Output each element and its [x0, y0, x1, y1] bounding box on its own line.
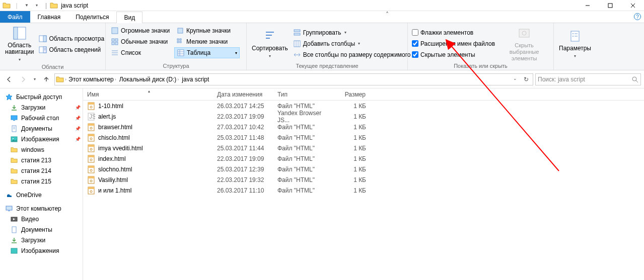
details-pane-button[interactable]: Область сведений [37, 44, 106, 55]
sidebar-desktop[interactable]: Рабочий стол📌 [0, 113, 83, 123]
add-columns-icon [293, 40, 301, 48]
table-row[interactable]: Vasiliy.html22.03.2017 19:32Файл "HTML"1… [83, 174, 644, 185]
checkbox-icon[interactable] [412, 40, 418, 47]
back-button[interactable] [3, 73, 15, 85]
sidebar-folder-214[interactable]: статия 214 [0, 165, 83, 176]
pin-icon: 📌 [75, 105, 81, 110]
checkbox-icon[interactable] [412, 29, 418, 36]
nav-pane-button[interactable]: Область навигации ▾ [2, 24, 37, 64]
sidebar-quickaccess[interactable]: Быстрый доступ [0, 91, 83, 102]
group-by-button[interactable]: Группировать▾ [291, 27, 413, 38]
preview-pane-button[interactable]: Область просмотра [37, 33, 106, 44]
sidebar-folder-213[interactable]: статия 213 [0, 155, 83, 165]
col-name[interactable]: Имя▴ [83, 88, 213, 100]
table-row[interactable]: imya vvediti.html25.03.2017 11:44Файл "H… [83, 143, 644, 153]
hide-selected-button[interactable]: Скрыть выбранные элементы [497, 24, 551, 63]
breadcrumb-segment[interactable]: Локальный диск (D:)› [118, 76, 180, 83]
recent-dropdown[interactable]: ▾ [31, 73, 38, 85]
breadcrumb-segment[interactable]: java script [181, 76, 210, 83]
folder-icon [56, 75, 64, 83]
layout-medium[interactable]: Обычные значки [109, 36, 174, 47]
sidebar-onedrive[interactable]: OneDrive [0, 190, 83, 200]
svg-rect-64 [88, 103, 94, 105]
close-button[interactable] [621, 0, 644, 11]
col-date[interactable]: Дата изменения [213, 88, 273, 100]
table-row[interactable]: brawser.html27.03.2017 10:42Файл "HTML"1… [83, 122, 644, 132]
search-input[interactable]: Поиск: java script [535, 73, 641, 85]
group-label-panes: Области [2, 64, 103, 71]
pictures-icon [10, 135, 18, 143]
sidebar-thispc[interactable]: Этот компьютер [0, 203, 83, 214]
chevron-down-icon: ▾ [269, 53, 271, 59]
group-label-currentview: Текущее представление [249, 63, 405, 70]
table-row[interactable]: chisclo.html25.03.2017 11:48Файл "HTML"1… [83, 132, 644, 143]
tab-view[interactable]: Вид [116, 12, 142, 23]
forward-button[interactable] [17, 73, 29, 85]
file-icon [87, 176, 95, 184]
qat-chevron-icon[interactable]: ▼ [22, 1, 31, 10]
table-row[interactable]: slochno.html25.03.2017 12:39Файл "HTML"1… [83, 164, 644, 174]
chevron-down-icon: ▾ [574, 53, 576, 59]
chevron-right-icon[interactable]: › [65, 77, 66, 82]
group-label-layout: Структура [108, 63, 244, 70]
sort-button[interactable]: Сортировать ▾ [249, 24, 291, 63]
file-extensions-toggle[interactable]: Расширения имен файлов [410, 38, 497, 49]
tab-share[interactable]: Поделиться [68, 11, 116, 23]
ribbon-collapse-icon[interactable]: ˄ [383, 11, 392, 23]
qat-chevron2-icon[interactable]: ▾ [32, 1, 41, 10]
file-type: Yandex Browser JS... [273, 110, 335, 124]
up-button[interactable] [40, 73, 52, 85]
sidebar-folder-215[interactable]: статия 215 [0, 176, 83, 186]
table-row[interactable]: index.html22.03.2017 19:09Файл "HTML"1 К… [83, 153, 644, 164]
layout-large[interactable]: Крупные значки [174, 25, 240, 36]
refresh-button[interactable]: ↻ [521, 76, 532, 83]
table-row[interactable]: 1-10.html26.03.2017 14:25Файл "HTML"1 КБ [83, 101, 644, 111]
options-button[interactable]: Параметры ▾ [556, 24, 594, 63]
minimize-button[interactable] [576, 0, 599, 11]
file-icon [87, 155, 95, 163]
tab-file[interactable]: Файл [0, 11, 30, 23]
layout-huge[interactable]: Огромные значки [109, 25, 174, 36]
video-icon [10, 215, 18, 223]
chevron-right-icon[interactable]: › [177, 77, 179, 82]
table-row[interactable]: JSalert.js22.03.2017 19:09Yandex Browser… [83, 111, 644, 122]
autosize-columns-button[interactable]: Все столбцы по размеру содержимого [291, 49, 413, 60]
file-size: 1 КБ [335, 145, 370, 152]
layout-small[interactable]: Мелкие значки [174, 36, 240, 47]
file-type: Файл "HTML" [273, 134, 335, 141]
layout-table[interactable]: Таблица▾ [174, 47, 240, 58]
col-type[interactable]: Тип [273, 88, 335, 100]
table-icon [177, 49, 185, 57]
table-row[interactable]: и или 1.html26.03.2017 11:10Файл "HTML"1… [83, 185, 644, 196]
layout-list[interactable]: Список [109, 47, 174, 58]
maximize-button[interactable] [599, 0, 621, 11]
sidebar-documents2[interactable]: Документы [0, 224, 83, 235]
help-icon[interactable]: ? [634, 13, 641, 20]
file-size: 1 КБ [335, 124, 370, 131]
address-dropdown-icon[interactable]: ⌄ [510, 76, 521, 83]
medium-icons-icon [111, 38, 119, 46]
sidebar-pictures2[interactable]: Изображения [0, 245, 83, 256]
address-bar[interactable]: › Этот компьютер› Локальный диск (D:)› j… [54, 73, 533, 85]
chevron-right-icon[interactable]: › [115, 77, 116, 82]
sidebar-pictures[interactable]: Изображения📌 [0, 134, 83, 144]
search-icon[interactable] [631, 76, 638, 83]
sidebar-folder-windows[interactable]: windows [0, 144, 83, 155]
sort-icon [262, 28, 278, 44]
file-icon [87, 186, 95, 195]
folder-icon [10, 156, 18, 164]
svg-rect-87 [88, 187, 94, 189]
checkbox-icon[interactable] [412, 51, 418, 58]
tab-home[interactable]: Главная [30, 11, 68, 23]
sidebar-downloads2[interactable]: Загрузки [0, 235, 83, 245]
item-checkboxes-toggle[interactable]: Флажки элементов [410, 27, 497, 38]
details-pane-icon [39, 46, 47, 54]
breadcrumb-segment[interactable]: Этот компьютер› [67, 76, 117, 83]
sidebar-downloads[interactable]: Загрузки📌 [0, 102, 83, 113]
col-size[interactable]: Размер [335, 88, 370, 100]
sidebar-video[interactable]: Видео [0, 214, 83, 224]
hidden-items-toggle[interactable]: Скрытые элементы [410, 49, 497, 60]
add-columns-button[interactable]: Добавить столбцы▾ [291, 38, 413, 49]
sidebar-documents[interactable]: Документы📌 [0, 123, 83, 134]
file-size: 1 КБ [335, 103, 370, 110]
